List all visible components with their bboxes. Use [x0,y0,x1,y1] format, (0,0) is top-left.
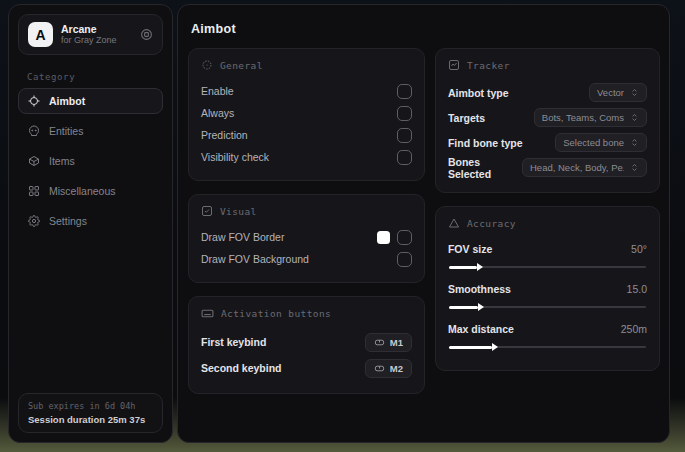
visual-card: Visual Draw FOV Border Draw FOV Backgrou… [188,194,425,283]
setting-row-always: Always [201,102,412,124]
brand-card: A Arcane for Gray Zone [18,14,163,55]
find-bone-type-dropdown[interactable]: Selected bone [555,133,647,152]
dropdown-value: Vector [597,87,624,98]
chevron-up-down-icon [630,138,639,147]
setting-label: Aimbot type [448,87,509,99]
setting-label: Find bone type [448,137,523,149]
image-icon [201,205,213,217]
sidebar-item-label: Entities [49,125,83,137]
setting-row-max-distance: Max distance 250m [448,318,647,352]
dropdown-value: Head, Neck, Body, Pe.. [530,162,624,173]
setting-row-enable: Enable [201,80,412,102]
package-icon [28,155,40,167]
subscription-info: Sub expires in 6d 04h Session duration 2… [18,393,163,433]
setting-label: First keybind [201,336,266,348]
sub-expires-text: Sub expires in 6d 04h [28,401,153,411]
fov-border-color-swatch[interactable] [377,231,390,244]
max-distance-value: 250m [621,323,647,335]
draw-fov-border-checkbox[interactable] [397,230,412,245]
crosshair-icon [201,59,213,71]
fov-size-value: 50° [631,243,647,255]
second-keybind-button[interactable]: M2 [365,359,412,378]
setting-label: Targets [448,112,485,124]
setting-label: Prediction [201,129,248,141]
sidebar: A Arcane for Gray Zone Category Aimbot E… [8,4,173,443]
always-checkbox[interactable] [397,106,412,121]
setting-row-draw-fov-background: Draw FOV Background [201,248,412,270]
setting-label: Second keybind [201,362,282,374]
setting-row-second-keybind: Second keybind M2 [201,355,412,381]
grid-icon [28,185,40,197]
chevron-up-down-icon [630,163,639,172]
setting-row-aimbot-type: Aimbot type Vector [448,80,647,105]
app-name: Arcane [61,23,132,35]
gear-icon [28,215,40,227]
max-distance-slider[interactable] [449,342,646,352]
dropdown-value: Selected bone [563,137,624,148]
general-card: General Enable Always Prediction Visibil… [188,48,425,181]
setting-row-draw-fov-border: Draw FOV Border [201,226,412,248]
setting-row-targets: Targets Bots, Teams, Coms [448,105,647,130]
enable-checkbox[interactable] [397,84,412,99]
draw-fov-background-checkbox[interactable] [397,252,412,267]
keybind-value: M1 [390,337,403,348]
sidebar-item-items[interactable]: Items [18,148,163,174]
setting-row-fov-size: FOV size 50° [448,238,647,272]
setting-label: Always [201,107,234,119]
visibility-check-checkbox[interactable] [397,150,412,165]
section-title-activation: Activation buttons [221,308,331,319]
skull-icon [28,125,40,137]
sidebar-item-label: Items [49,155,75,167]
activation-buttons-card: Activation buttons First keybind M1 Seco… [188,296,425,394]
triangle-icon [448,217,460,229]
page-title: Aimbot [178,5,669,48]
mouse-icon [374,363,385,374]
section-title-tracker: Tracker [467,60,510,71]
main-panel: Aimbot General Enable Always [177,4,670,443]
sidebar-item-aimbot[interactable]: Aimbot [18,88,163,114]
setting-row-smoothness: Smoothness 15.0 [448,278,647,312]
section-title-general: General [220,60,263,71]
aimbot-type-dropdown[interactable]: Vector [589,83,647,102]
crosshair-icon [28,95,40,107]
session-duration-text: Session duration 25m 37s [28,414,153,425]
keyboard-icon [201,307,214,320]
section-title-visual: Visual [220,206,257,217]
prediction-checkbox[interactable] [397,128,412,143]
setting-row-prediction: Prediction [201,124,412,146]
setting-row-find-bone-type: Find bone type Selected bone [448,130,647,155]
sidebar-item-miscellaneous[interactable]: Miscellaneous [18,178,163,204]
sidebar-item-label: Miscellaneous [49,185,116,197]
setting-row-bones-selected: Bones Selected Head, Neck, Body, Pe.. [448,155,647,180]
app-logo: A [28,22,53,47]
sidebar-item-settings[interactable]: Settings [18,208,163,234]
setting-label: FOV size [448,243,492,255]
targets-dropdown[interactable]: Bots, Teams, Coms [534,108,647,127]
app-subtitle: for Gray Zone [61,35,132,45]
activity-icon [448,59,460,71]
account-status-icon[interactable] [140,28,153,41]
keybind-value: M2 [390,363,403,374]
chevron-up-down-icon [630,113,639,122]
setting-row-first-keybind: First keybind M1 [201,329,412,355]
setting-label: Draw FOV Border [201,231,284,243]
dropdown-value: Bots, Teams, Coms [542,112,624,123]
smoothness-slider[interactable] [449,302,646,312]
accuracy-card: Accuracy FOV size 50° Smoothness [435,206,660,371]
smoothness-value: 15.0 [627,283,647,295]
setting-row-visibility-check: Visibility check [201,146,412,168]
tracker-card: Tracker Aimbot type Vector Targets Bots,… [435,48,660,193]
bones-selected-dropdown[interactable]: Head, Neck, Body, Pe.. [522,158,647,177]
sidebar-nav: Aimbot Entities Items Miscellaneous Sett… [9,88,172,384]
fov-size-slider[interactable] [449,262,646,272]
sidebar-item-entities[interactable]: Entities [18,118,163,144]
setting-label: Max distance [448,323,514,335]
first-keybind-button[interactable]: M1 [365,333,412,352]
sidebar-item-label: Settings [49,215,87,227]
category-label: Category [27,72,172,82]
sidebar-item-label: Aimbot [49,95,85,107]
setting-label: Bones Selected [448,156,522,180]
setting-label: Draw FOV Background [201,253,309,265]
chevron-up-down-icon [630,88,639,97]
setting-label: Smoothness [448,283,511,295]
